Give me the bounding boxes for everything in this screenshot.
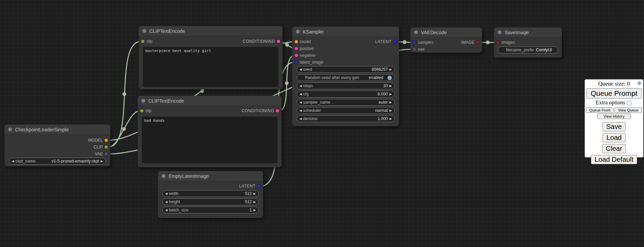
conditioning-slot-dot-icon[interactable] (295, 54, 298, 57)
node-collapse-dot-icon[interactable] (162, 174, 165, 178)
save-button[interactable]: Save (603, 122, 626, 131)
input-slot-negative[interactable]: negative (293, 52, 315, 58)
decrement-arrow-icon[interactable]: ◀ (165, 192, 168, 195)
vae-slot-dot-icon[interactable] (104, 152, 108, 156)
node-title-bar[interactable]: CLIPTextEncode (139, 26, 283, 36)
vae-slot-dot-icon[interactable] (413, 48, 416, 51)
seed-widget[interactable]: ◀ seed 8566257 ▶ (297, 66, 395, 73)
decrement-arrow-icon[interactable]: ◀ (165, 209, 168, 212)
model-slot-dot-icon[interactable] (295, 40, 298, 43)
increment-arrow-icon[interactable]: ▶ (253, 192, 256, 195)
batch-size-widget[interactable]: ◀ batch_size 1 ▶ (162, 207, 259, 213)
node-title-bar[interactable]: EmptyLatentImage (158, 171, 263, 181)
prompt-text-area[interactable]: masterpiece best quality girl (143, 47, 278, 87)
decrement-arrow-icon[interactable]: ◀ (299, 68, 302, 71)
input-slot-model[interactable]: model (293, 39, 311, 45)
output-slot-latent[interactable]: LATENT (239, 183, 262, 189)
random-seed-toggle-widget[interactable]: Random seed after every gen enabled (297, 74, 395, 81)
input-slot-clip[interactable]: clip (139, 38, 152, 44)
denoise-widget[interactable]: ◀ denoise 1.000 ▶ (297, 115, 395, 122)
decrement-arrow-icon[interactable]: ◀ (12, 160, 14, 163)
clear-button[interactable]: Clear (602, 144, 626, 153)
scheduler-widget[interactable]: ◀ scheduler normal ▶ (297, 107, 395, 114)
node-collapse-dot-icon[interactable] (8, 128, 12, 131)
width-widget[interactable]: ◀ width 512 ▶ (162, 190, 259, 197)
decrement-arrow-icon[interactable]: ◀ (299, 101, 302, 104)
input-slot-vae[interactable]: vae (411, 46, 424, 52)
input-slot-samples[interactable]: samples (411, 39, 433, 46)
node-title-bar[interactable]: KSampler (292, 27, 399, 37)
output-slot-model[interactable]: MODEL (88, 137, 110, 143)
node-checkpoint-loader[interactable]: CheckpointLoaderSimple MODEL CLIP VAE ◀ … (4, 125, 110, 166)
node-save-image[interactable]: SaveImage images filename_prefix ComfyUI (494, 27, 562, 57)
decrement-arrow-icon[interactable]: ◀ (299, 109, 302, 112)
image-slot-dot-icon[interactable] (496, 41, 500, 44)
output-slot-image[interactable]: IMAGE (461, 39, 481, 46)
increment-arrow-icon[interactable]: ▶ (389, 109, 392, 112)
input-slot-clip[interactable]: clip (138, 108, 151, 114)
increment-arrow-icon[interactable]: ▶ (389, 68, 392, 71)
increment-arrow-icon[interactable]: ▶ (389, 84, 392, 88)
conditioning-slot-dot-icon[interactable] (295, 47, 298, 50)
view-queue-button[interactable]: View Queue (615, 107, 642, 113)
conditioning-slot-dot-icon[interactable] (277, 40, 280, 43)
node-ksampler[interactable]: KSampler model positive negative latent_… (292, 27, 399, 126)
increment-arrow-icon[interactable]: ▶ (389, 101, 392, 104)
height-widget[interactable]: ◀ height 512 ▶ (162, 198, 259, 205)
increment-arrow-icon[interactable]: ▶ (253, 209, 256, 212)
input-slot-images[interactable]: images (495, 39, 515, 46)
settings-gear-icon[interactable]: ✻ (637, 80, 642, 87)
node-title-bar[interactable]: CheckpointLoaderSimple (4, 125, 110, 135)
node-vae-decode[interactable]: VAEDecode samples vae IMAGE (410, 27, 482, 53)
node-collapse-dot-icon[interactable] (498, 30, 501, 34)
latent-slot-dot-icon[interactable] (413, 41, 416, 44)
decrement-arrow-icon[interactable]: ◀ (299, 84, 302, 88)
ckpt-name-widget[interactable]: ◀ ckpt_name v1-5-pruned-emaonly.ckpt ▶ (9, 158, 106, 165)
increment-arrow-icon[interactable]: ▶ (101, 160, 103, 163)
input-slot-latent-image[interactable]: latent_image (293, 59, 323, 65)
input-slot-positive[interactable]: positive (293, 46, 314, 52)
load-button[interactable]: Load (603, 133, 626, 142)
view-history-button[interactable]: View History (597, 114, 631, 119)
output-slot-clip[interactable]: CLIP (94, 144, 110, 150)
node-title-bar[interactable]: SaveImage (494, 27, 562, 38)
node-collapse-dot-icon[interactable] (143, 29, 146, 33)
prompt-text-area[interactable]: bad hands (142, 117, 277, 163)
toggle-enabled-dot-icon[interactable] (387, 76, 392, 80)
output-slot-vae[interactable]: VAE (95, 151, 110, 157)
node-clip-text-encode-positive[interactable]: CLIPTextEncode clip CONDITIONING masterp… (139, 26, 283, 89)
node-collapse-dot-icon[interactable] (296, 30, 300, 34)
node-title-bar[interactable]: VAEDecode (410, 27, 482, 38)
steps-widget[interactable]: ◀ steps 20 ▶ (297, 82, 395, 89)
increment-arrow-icon[interactable]: ▶ (389, 93, 392, 96)
node-title-bar[interactable]: CLIPTextEncode (138, 96, 282, 106)
node-clip-text-encode-negative[interactable]: CLIPTextEncode clip CONDITIONING bad han… (138, 96, 282, 167)
latent-slot-dot-icon[interactable] (393, 40, 397, 43)
sampler-name-widget[interactable]: ◀ sampler_name euler ▶ (297, 99, 395, 106)
latent-slot-dot-icon[interactable] (257, 184, 261, 188)
node-collapse-dot-icon[interactable] (141, 99, 145, 103)
output-slot-conditioning[interactable]: CONDITIONING (242, 108, 281, 114)
decrement-arrow-icon[interactable]: ◀ (299, 93, 302, 96)
image-slot-dot-icon[interactable] (476, 41, 480, 44)
output-slot-conditioning[interactable]: CONDITIONING (243, 38, 282, 44)
conditioning-slot-dot-icon[interactable] (276, 109, 279, 113)
comfyui-canvas[interactable]: { "app_title": "ComfyUI node graph", "co… (0, 0, 644, 247)
decrement-arrow-icon[interactable]: ◀ (299, 117, 302, 120)
increment-arrow-icon[interactable]: ▶ (253, 200, 256, 204)
queue-front-button[interactable]: Queue Front (586, 107, 614, 113)
model-slot-dot-icon[interactable] (104, 139, 108, 142)
output-slot-latent[interactable]: LATENT (375, 39, 398, 45)
clip-slot-dot-icon[interactable] (140, 109, 144, 113)
load-default-button[interactable]: Load Default (591, 155, 637, 164)
node-empty-latent-image[interactable]: EmptyLatentImage LATENT ◀ width 512 ▶ ◀ … (158, 171, 263, 218)
clip-slot-dot-icon[interactable] (104, 145, 108, 149)
filename-prefix-widget[interactable]: filename_prefix ComfyUI (498, 47, 558, 53)
cfg-widget[interactable]: ◀ cfg 8.000 ▶ (297, 91, 395, 98)
clip-slot-dot-icon[interactable] (141, 40, 145, 43)
node-collapse-dot-icon[interactable] (414, 30, 418, 34)
queue-prompt-button[interactable]: Queue Prompt (586, 88, 642, 99)
decrement-arrow-icon[interactable]: ◀ (165, 200, 168, 204)
increment-arrow-icon[interactable]: ▶ (389, 117, 392, 120)
extra-options-checkbox[interactable] (627, 101, 631, 105)
